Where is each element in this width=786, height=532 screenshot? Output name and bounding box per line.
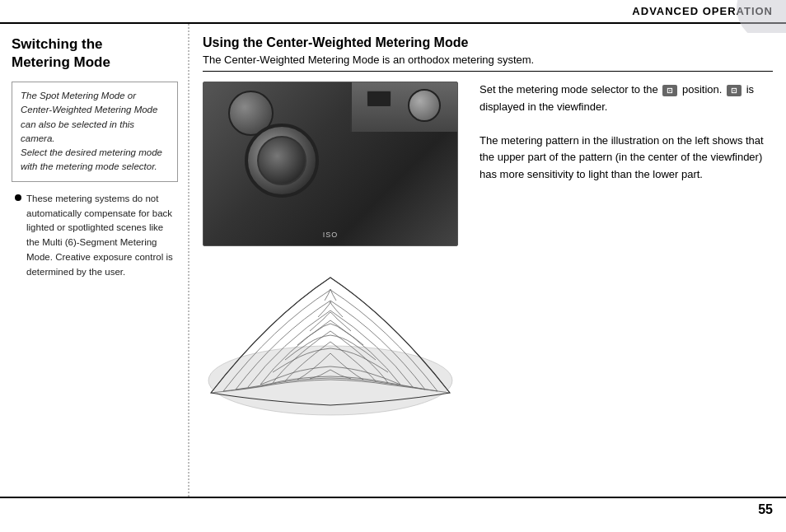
info-box: The Spot Metering Mode or Center-Weighte…	[12, 82, 178, 182]
camera-mode-selector	[408, 89, 441, 122]
header-corner-decoration	[737, 0, 786, 33]
camera-viewfinder	[367, 91, 391, 107]
mode-icon-1: ⊡	[662, 85, 677, 96]
page-footer: 55	[0, 497, 786, 521]
text-block-1: Set the metering mode selector to the ⊡ …	[480, 82, 773, 116]
content-area: ISO	[203, 82, 773, 488]
bullet-text: These metering systems do not automatica…	[26, 192, 178, 280]
bullet-item: These metering systems do not automatica…	[15, 192, 178, 280]
camera-lens	[245, 124, 319, 198]
camera-body: ISO	[204, 82, 457, 245]
main-content: Switching theMetering Mode The Spot Mete…	[0, 24, 786, 497]
camera-lens-inner	[257, 136, 306, 185]
section-title: Using the Center-Weighted Metering Mode	[203, 35, 773, 50]
left-column: Switching theMetering Mode The Spot Mete…	[0, 24, 189, 497]
text-block-2: The metering pattern in the illustration…	[480, 133, 773, 184]
left-section-title: Switching theMetering Mode	[12, 35, 178, 72]
mode-icon-2: ⊡	[727, 85, 742, 96]
right-text-area: Set the metering mode selector to the ⊡ …	[480, 82, 773, 488]
camera-image-area: ISO	[203, 82, 466, 488]
corner-shape	[737, 0, 786, 33]
right-column: Using the Center-Weighted Metering Mode …	[189, 24, 786, 497]
bullet-dot-icon	[15, 194, 21, 201]
mesh-svg	[203, 253, 458, 418]
camera-top	[350, 82, 457, 132]
page-header: ADVANCED OPERATION	[0, 0, 786, 24]
camera-iso-label: ISO	[323, 231, 339, 239]
info-box-text: The Spot Metering Mode or Center-Weighte…	[21, 91, 162, 171]
section-subtitle: The Center-Weighted Metering Mode is an …	[203, 54, 773, 72]
mesh-illustration	[203, 253, 458, 418]
page-number: 55	[758, 502, 773, 517]
camera-photo: ISO	[203, 82, 458, 246]
bullet-section: These metering systems do not automatica…	[12, 192, 178, 280]
